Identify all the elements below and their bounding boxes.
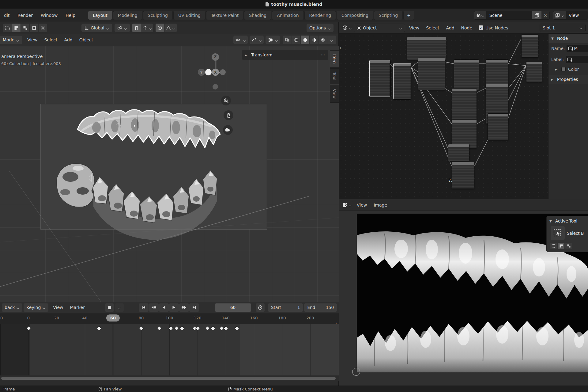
workspace-tab-rendering[interactable]: Rendering — [304, 11, 336, 20]
workspace-tab-sculpting[interactable]: Sculpting — [143, 11, 173, 20]
node-header[interactable] — [370, 60, 390, 63]
sidebar-tab-tool[interactable]: Tool — [330, 68, 339, 84]
node-menu-view[interactable]: View — [406, 24, 423, 32]
upper-teeth-object[interactable] — [75, 107, 228, 161]
select-box-tool-button[interactable] — [551, 226, 565, 240]
menu-window[interactable]: Window — [37, 12, 61, 19]
shading-dropdown[interactable] — [327, 36, 336, 44]
overlays-dropdown[interactable] — [266, 36, 280, 44]
timeline-menu-marker[interactable]: Marker — [67, 303, 88, 311]
gizmo-y-axis[interactable]: Y — [198, 69, 205, 76]
node-name-field[interactable]: M — [567, 45, 588, 52]
auto-keying-button[interactable] — [105, 303, 114, 312]
node-menu-node[interactable]: Node — [458, 24, 476, 32]
node-header[interactable] — [488, 114, 508, 116]
shader-node-e2[interactable] — [452, 162, 474, 189]
frame-end-field[interactable]: End 150 — [304, 303, 337, 312]
node-menu-select[interactable]: Select — [423, 24, 443, 32]
properties-panel-header[interactable]: ► Properties — [548, 75, 588, 84]
select-box-button[interactable] — [12, 24, 21, 32]
active-tool-header[interactable]: ▼ Active Tool — [549, 219, 585, 223]
object-visibility-dropdown[interactable] — [233, 36, 248, 44]
node-header[interactable] — [452, 162, 474, 165]
use-nodes-checkbox[interactable]: ✓ — [479, 25, 483, 30]
gizmo-x-neg-axis[interactable] — [220, 69, 226, 75]
select-intersect-button[interactable] — [39, 24, 47, 32]
workspace-tab-uv-editing[interactable]: UV Editing — [173, 11, 205, 20]
collapse-region-arrow[interactable]: ‹ — [336, 320, 337, 326]
gizmo-x-axis[interactable]: X — [212, 69, 219, 76]
slot-dropdown[interactable]: Slot 1 — [540, 24, 586, 32]
current-frame-field[interactable]: 60 — [215, 303, 251, 312]
workspace-tab-compositing[interactable]: Compositing — [337, 11, 373, 20]
node-header[interactable] — [452, 89, 477, 91]
viewport-menu-mode[interactable]: Mode — [0, 36, 22, 44]
node-header[interactable] — [448, 144, 469, 147]
timeline-scrollbar[interactable] — [0, 375, 339, 381]
select-lasso-button[interactable] — [30, 24, 38, 32]
workspace-tab-modeling[interactable]: Modeling — [113, 11, 142, 20]
image-menu-image[interactable]: Image — [370, 201, 390, 209]
node-panel-header[interactable]: ▼ Node — [548, 34, 588, 43]
workspace-tab-layout[interactable]: Layout — [88, 11, 112, 20]
snap-target-dropdown[interactable] — [141, 24, 153, 32]
shader-node-b1[interactable] — [418, 58, 445, 90]
node-header[interactable] — [418, 58, 445, 61]
previous-keyframe-button[interactable] — [149, 303, 159, 312]
next-keyframe-button[interactable] — [179, 303, 189, 312]
frame-start-field[interactable]: Start 1 — [268, 303, 303, 312]
scene-name-field[interactable]: Scene — [486, 11, 532, 19]
shader-node-d2[interactable] — [488, 113, 508, 140]
node-header[interactable] — [522, 35, 538, 37]
sidebar-tab-item[interactable]: Item — [330, 50, 339, 68]
viewport-menu-add[interactable]: Add — [61, 36, 76, 44]
shader-node-a1[interactable] — [369, 60, 390, 97]
toggle-xray-button[interactable] — [283, 36, 292, 44]
proportional-edit-button[interactable] — [156, 24, 164, 32]
viewport-canvas[interactable]: amera Perspective 60) Collection | Icosp… — [0, 46, 339, 302]
shader-node-b4[interactable] — [521, 34, 538, 58]
timeline-menu-view[interactable]: View — [50, 303, 66, 311]
keying-dropdown[interactable]: Keying — [24, 303, 48, 312]
color-panel-row[interactable]: ► Color — [548, 65, 588, 74]
playhead-line[interactable] — [113, 324, 113, 375]
shader-node-b2[interactable] — [454, 59, 479, 90]
shading-wireframe-button[interactable] — [292, 36, 300, 44]
viewport-pan-button[interactable] — [224, 110, 233, 120]
shader-node-b0[interactable] — [407, 37, 446, 60]
color-swatch[interactable] — [561, 67, 566, 71]
node-header[interactable] — [486, 60, 508, 63]
node-menu-add[interactable]: Add — [443, 24, 458, 32]
view-layer-field[interactable]: View — [566, 11, 588, 19]
viewport-menu-view[interactable]: View — [24, 36, 41, 44]
menu-help[interactable]: Help — [62, 12, 79, 19]
node-header[interactable] — [452, 120, 477, 123]
sidebar-tab-view[interactable]: View — [330, 85, 339, 103]
node-header[interactable] — [407, 37, 446, 40]
mode-new-button[interactable] — [550, 243, 557, 249]
node-header[interactable] — [526, 62, 542, 64]
play-reverse-button[interactable] — [159, 303, 169, 312]
workspace-tab-texture-paint[interactable]: Texture Paint — [206, 11, 243, 20]
select-tweak-button[interactable] — [3, 24, 12, 32]
viewport-menu-object[interactable]: Object — [76, 36, 97, 44]
menu-dit[interactable]: dit — [1, 12, 13, 19]
editor-type-dropdown[interactable] — [341, 201, 353, 209]
shader-type-dropdown[interactable]: Object — [354, 24, 405, 32]
jump-to-start-button[interactable] — [139, 303, 149, 312]
play-button[interactable] — [169, 303, 179, 312]
node-label-field[interactable] — [566, 56, 588, 63]
workspace-tab-shading[interactable]: Shading — [244, 11, 271, 20]
viewport-zoom-button[interactable] — [221, 96, 231, 105]
transform-panel-header[interactable]: ► Transform :::: — [242, 50, 328, 60]
transform-orientation-dropdown[interactable]: Global — [81, 24, 112, 32]
unlink-scene-button[interactable]: × — [541, 11, 549, 19]
shading-material-button[interactable] — [310, 36, 318, 44]
gizmo-z-axis[interactable]: Z — [212, 53, 219, 61]
shader-node-c1[interactable] — [452, 88, 477, 121]
shader-node-e1[interactable] — [448, 144, 469, 161]
pivot-point-dropdown[interactable] — [115, 24, 130, 32]
viewport-menu-select[interactable]: Select — [41, 36, 61, 44]
view-layer-icon[interactable] — [553, 11, 566, 19]
lower-teeth-object[interactable] — [54, 158, 231, 253]
